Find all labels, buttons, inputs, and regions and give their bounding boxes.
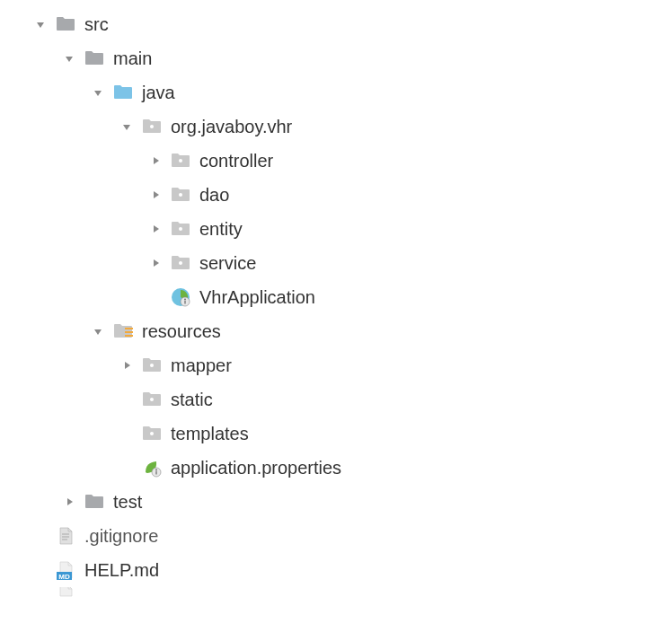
no-arrow: [32, 562, 49, 578]
tree-item-service[interactable]: service: [4, 246, 668, 280]
spring-config-icon: [140, 456, 164, 479]
chevron-right-icon[interactable]: [147, 221, 164, 237]
tree-item-gitignore[interactable]: .gitignore: [4, 519, 668, 553]
chevron-right-icon[interactable]: [147, 187, 164, 203]
tree-label: entity: [199, 219, 243, 240]
package-icon: [140, 388, 164, 411]
tree-label: src: [84, 14, 109, 35]
file-icon: [54, 587, 77, 600]
markdown-file-icon: [54, 558, 77, 582]
tree-label: templates: [171, 424, 249, 444]
tree-item-resources[interactable]: resources: [4, 314, 668, 348]
tree-label: HELP.md: [84, 560, 159, 581]
source-folder-icon: [111, 81, 135, 104]
tree-label: org.javaboy.vhr: [171, 117, 292, 137]
folder-icon: [83, 47, 106, 70]
package-icon: [140, 354, 164, 377]
spring-boot-icon: [169, 285, 192, 309]
tree-label: .gitignore: [84, 526, 158, 547]
folder-icon: [54, 13, 77, 36]
tree-item-main[interactable]: main: [4, 41, 668, 75]
tree-item-package[interactable]: org.javaboy.vhr: [4, 110, 668, 144]
tree-label: mapper: [171, 355, 232, 376]
tree-item-mapper[interactable]: mapper: [4, 348, 668, 382]
chevron-right-icon[interactable]: [119, 357, 135, 373]
chevron-right-icon[interactable]: [147, 153, 164, 169]
tree-label: test: [113, 492, 142, 513]
tree-item-cutoff[interactable]: [4, 587, 668, 600]
tree-item-controller[interactable]: controller: [4, 144, 668, 178]
tree-label: main: [113, 48, 152, 69]
package-icon: [140, 422, 164, 445]
tree-label: java: [142, 83, 175, 103]
no-arrow: [32, 528, 49, 544]
chevron-right-icon[interactable]: [147, 255, 164, 271]
folder-icon: [83, 490, 106, 513]
chevron-down-icon[interactable]: [61, 50, 77, 66]
resources-folder-icon: [111, 320, 135, 343]
tree-label: resources: [142, 321, 221, 342]
text-file-icon: [54, 524, 77, 548]
chevron-right-icon[interactable]: [61, 494, 77, 510]
tree-item-appprops[interactable]: application.properties: [4, 451, 668, 485]
no-arrow: [32, 587, 49, 600]
package-icon: [169, 149, 192, 172]
tree-item-entity[interactable]: entity: [4, 212, 668, 246]
chevron-down-icon[interactable]: [119, 118, 135, 135]
no-arrow: [119, 391, 135, 408]
package-icon: [140, 115, 164, 138]
tree-item-dao[interactable]: dao: [4, 178, 668, 212]
tree-item-src[interactable]: src: [4, 7, 668, 41]
chevron-down-icon[interactable]: [32, 16, 49, 32]
package-icon: [169, 217, 192, 241]
tree-item-helpmd[interactable]: HELP.md: [4, 553, 668, 587]
tree-label: controller: [199, 151, 273, 171]
tree-label: service: [199, 253, 256, 274]
package-icon: [169, 251, 192, 275]
tree-label: dao: [199, 185, 229, 206]
tree-item-java[interactable]: java: [4, 75, 668, 110]
chevron-down-icon[interactable]: [90, 84, 106, 101]
tree-label: application.properties: [171, 458, 341, 478]
tree-item-static[interactable]: static: [4, 382, 668, 417]
tree-item-test[interactable]: test: [4, 485, 668, 519]
tree-label: static: [171, 390, 213, 410]
no-arrow: [119, 426, 135, 442]
package-icon: [169, 183, 192, 206]
tree-item-templates[interactable]: templates: [4, 417, 668, 451]
chevron-down-icon[interactable]: [90, 323, 106, 339]
tree-label: VhrApplication: [199, 287, 315, 308]
tree-item-vhrapplication[interactable]: VhrApplication: [4, 280, 668, 314]
no-arrow: [147, 289, 164, 305]
no-arrow: [119, 460, 135, 476]
